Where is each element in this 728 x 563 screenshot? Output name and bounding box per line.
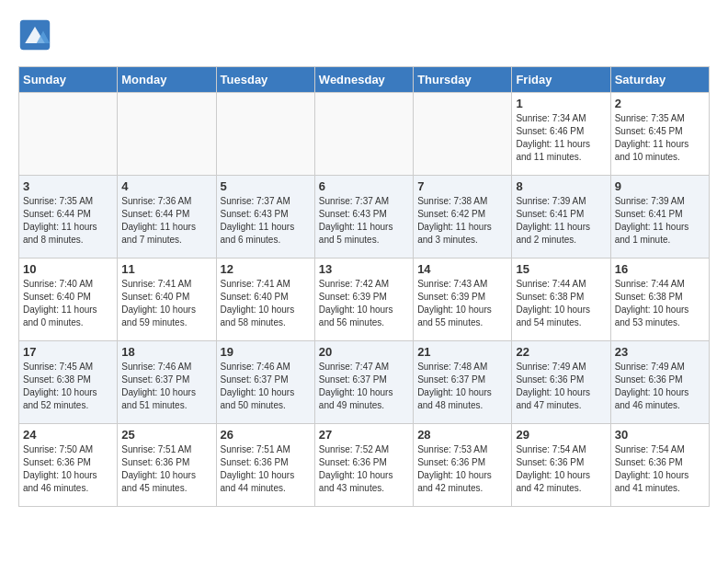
day-info: Sunrise: 7:45 AM Sunset: 6:38 PM Dayligh… [23, 361, 113, 412]
day-number: 7 [417, 179, 507, 193]
calendar-body: 1Sunrise: 7:34 AM Sunset: 6:46 PM Daylig… [19, 93, 710, 507]
calendar-cell: 15Sunrise: 7:44 AM Sunset: 6:38 PM Dayli… [512, 259, 610, 341]
day-number: 24 [23, 428, 113, 442]
calendar-cell: 30Sunrise: 7:54 AM Sunset: 6:36 PM Dayli… [610, 424, 709, 507]
calendar-cell: 3Sunrise: 7:35 AM Sunset: 6:44 PM Daylig… [19, 176, 118, 259]
day-number: 5 [221, 179, 311, 193]
calendar-cell: 22Sunrise: 7:49 AM Sunset: 6:36 PM Dayli… [512, 341, 610, 424]
day-info: Sunrise: 7:35 AM Sunset: 6:44 PM Dayligh… [23, 195, 113, 247]
day-number: 8 [516, 179, 606, 193]
day-info: Sunrise: 7:37 AM Sunset: 6:43 PM Dayligh… [319, 195, 409, 247]
day-info: Sunrise: 7:38 AM Sunset: 6:42 PM Dayligh… [417, 195, 507, 247]
calendar-cell: 6Sunrise: 7:37 AM Sunset: 6:43 PM Daylig… [314, 176, 413, 259]
day-number: 4 [121, 179, 211, 193]
calendar-week-row: 17Sunrise: 7:45 AM Sunset: 6:38 PM Dayli… [19, 341, 710, 424]
day-info: Sunrise: 7:37 AM Sunset: 6:43 PM Dayligh… [221, 195, 311, 247]
calendar-cell: 7Sunrise: 7:38 AM Sunset: 6:42 PM Daylig… [414, 176, 512, 259]
day-info: Sunrise: 7:39 AM Sunset: 6:41 PM Dayligh… [615, 195, 705, 247]
logo-icon [18, 18, 51, 52]
day-info: Sunrise: 7:51 AM Sunset: 6:36 PM Dayligh… [221, 443, 311, 495]
day-number: 22 [516, 345, 606, 359]
calendar-week-row: 3Sunrise: 7:35 AM Sunset: 6:44 PM Daylig… [19, 176, 710, 259]
column-header-thursday: Thursday [414, 67, 512, 93]
day-info: Sunrise: 7:46 AM Sunset: 6:37 PM Dayligh… [121, 361, 211, 412]
column-header-saturday: Saturday [610, 67, 709, 93]
calendar-cell [19, 93, 118, 176]
day-info: Sunrise: 7:43 AM Sunset: 6:39 PM Dayligh… [417, 278, 507, 329]
calendar-cell: 27Sunrise: 7:52 AM Sunset: 6:36 PM Dayli… [314, 424, 413, 507]
calendar-cell: 1Sunrise: 7:34 AM Sunset: 6:46 PM Daylig… [512, 93, 610, 176]
calendar-cell: 17Sunrise: 7:45 AM Sunset: 6:38 PM Dayli… [19, 341, 118, 424]
day-number: 1 [516, 97, 606, 110]
day-info: Sunrise: 7:39 AM Sunset: 6:41 PM Dayligh… [516, 195, 606, 247]
day-number: 27 [319, 428, 409, 442]
day-info: Sunrise: 7:53 AM Sunset: 6:36 PM Dayligh… [417, 443, 507, 495]
day-info: Sunrise: 7:47 AM Sunset: 6:37 PM Dayligh… [319, 361, 409, 412]
calendar-cell: 23Sunrise: 7:49 AM Sunset: 6:36 PM Dayli… [610, 341, 709, 424]
calendar-header-row: SundayMondayTuesdayWednesdayThursdayFrid… [19, 67, 710, 93]
calendar-cell: 26Sunrise: 7:51 AM Sunset: 6:36 PM Dayli… [216, 424, 314, 507]
day-number: 28 [417, 428, 507, 442]
day-info: Sunrise: 7:49 AM Sunset: 6:36 PM Dayligh… [615, 361, 705, 412]
day-info: Sunrise: 7:54 AM Sunset: 6:36 PM Dayligh… [516, 443, 606, 495]
calendar-cell [414, 93, 512, 176]
calendar-cell: 29Sunrise: 7:54 AM Sunset: 6:36 PM Dayli… [512, 424, 610, 507]
calendar-week-row: 1Sunrise: 7:34 AM Sunset: 6:46 PM Daylig… [19, 93, 710, 176]
day-info: Sunrise: 7:41 AM Sunset: 6:40 PM Dayligh… [121, 278, 211, 329]
day-info: Sunrise: 7:49 AM Sunset: 6:36 PM Dayligh… [516, 361, 606, 412]
calendar-cell [216, 93, 314, 176]
calendar-cell: 2Sunrise: 7:35 AM Sunset: 6:45 PM Daylig… [610, 93, 709, 176]
day-number: 11 [121, 262, 211, 276]
calendar-cell: 9Sunrise: 7:39 AM Sunset: 6:41 PM Daylig… [610, 176, 709, 259]
day-number: 13 [319, 262, 409, 276]
day-number: 20 [319, 345, 409, 359]
calendar-cell: 4Sunrise: 7:36 AM Sunset: 6:44 PM Daylig… [118, 176, 216, 259]
day-number: 25 [121, 428, 211, 442]
calendar-cell: 20Sunrise: 7:47 AM Sunset: 6:37 PM Dayli… [314, 341, 413, 424]
calendar-cell: 8Sunrise: 7:39 AM Sunset: 6:41 PM Daylig… [512, 176, 610, 259]
calendar-cell: 21Sunrise: 7:48 AM Sunset: 6:37 PM Dayli… [414, 341, 512, 424]
day-number: 30 [615, 428, 705, 442]
day-number: 23 [615, 345, 705, 359]
day-info: Sunrise: 7:41 AM Sunset: 6:40 PM Dayligh… [221, 278, 311, 329]
page-header [18, 18, 710, 52]
day-info: Sunrise: 7:36 AM Sunset: 6:44 PM Dayligh… [121, 195, 211, 247]
day-info: Sunrise: 7:35 AM Sunset: 6:45 PM Dayligh… [615, 112, 705, 164]
day-info: Sunrise: 7:44 AM Sunset: 6:38 PM Dayligh… [516, 278, 606, 329]
calendar-cell [118, 93, 216, 176]
column-header-sunday: Sunday [19, 67, 118, 93]
calendar-week-row: 10Sunrise: 7:40 AM Sunset: 6:40 PM Dayli… [19, 259, 710, 341]
day-info: Sunrise: 7:54 AM Sunset: 6:36 PM Dayligh… [615, 443, 705, 495]
calendar-cell: 28Sunrise: 7:53 AM Sunset: 6:36 PM Dayli… [414, 424, 512, 507]
column-header-tuesday: Tuesday [216, 67, 314, 93]
calendar-cell: 19Sunrise: 7:46 AM Sunset: 6:37 PM Dayli… [216, 341, 314, 424]
day-number: 29 [516, 428, 606, 442]
calendar-week-row: 24Sunrise: 7:50 AM Sunset: 6:36 PM Dayli… [19, 424, 710, 507]
day-number: 19 [221, 345, 311, 359]
logo [18, 18, 55, 52]
day-info: Sunrise: 7:50 AM Sunset: 6:36 PM Dayligh… [23, 443, 113, 495]
day-info: Sunrise: 7:52 AM Sunset: 6:36 PM Dayligh… [319, 443, 409, 495]
day-number: 12 [221, 262, 311, 276]
day-number: 16 [615, 262, 705, 276]
calendar-cell: 24Sunrise: 7:50 AM Sunset: 6:36 PM Dayli… [19, 424, 118, 507]
day-info: Sunrise: 7:48 AM Sunset: 6:37 PM Dayligh… [417, 361, 507, 412]
column-header-friday: Friday [512, 67, 610, 93]
day-number: 21 [417, 345, 507, 359]
calendar-cell: 13Sunrise: 7:42 AM Sunset: 6:39 PM Dayli… [314, 259, 413, 341]
calendar-table: SundayMondayTuesdayWednesdayThursdayFrid… [18, 66, 710, 507]
day-number: 17 [23, 345, 113, 359]
day-number: 10 [23, 262, 113, 276]
calendar-cell: 11Sunrise: 7:41 AM Sunset: 6:40 PM Dayli… [118, 259, 216, 341]
calendar-cell: 12Sunrise: 7:41 AM Sunset: 6:40 PM Dayli… [216, 259, 314, 341]
day-number: 6 [319, 179, 409, 193]
day-info: Sunrise: 7:42 AM Sunset: 6:39 PM Dayligh… [319, 278, 409, 329]
calendar-cell: 14Sunrise: 7:43 AM Sunset: 6:39 PM Dayli… [414, 259, 512, 341]
day-number: 14 [417, 262, 507, 276]
calendar-cell: 5Sunrise: 7:37 AM Sunset: 6:43 PM Daylig… [216, 176, 314, 259]
calendar-cell: 16Sunrise: 7:44 AM Sunset: 6:38 PM Dayli… [610, 259, 709, 341]
day-number: 9 [615, 179, 705, 193]
day-number: 3 [23, 179, 113, 193]
calendar-cell [314, 93, 413, 176]
day-number: 15 [516, 262, 606, 276]
